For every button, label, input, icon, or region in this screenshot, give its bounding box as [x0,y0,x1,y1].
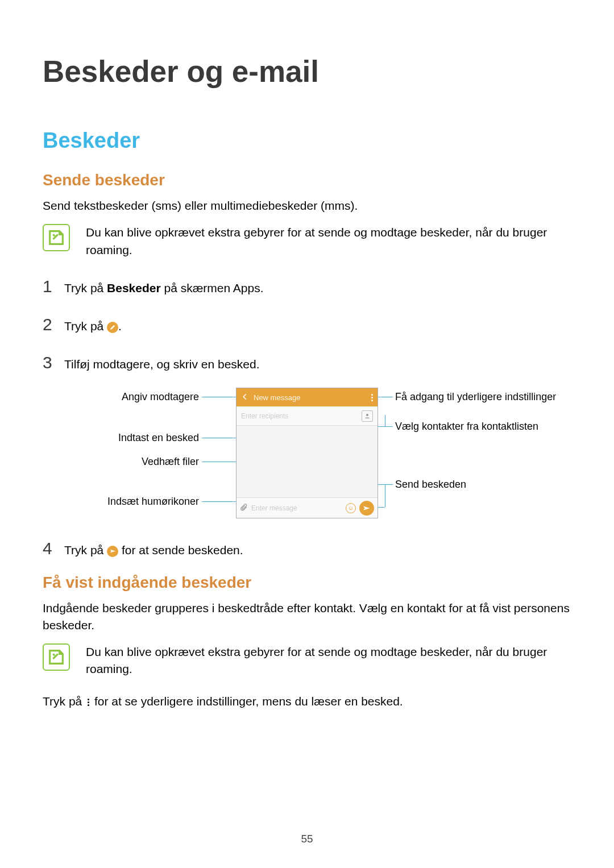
note-icon [43,643,70,671]
send-icon [107,546,118,557]
label-attach: Vedhæft filer [97,456,199,468]
more-options-text: Tryk på for at se yderligere indstilling… [43,693,571,709]
note-text-1: Du kan blive opkrævet ekstra gebyrer for… [86,224,571,259]
step-3: 3 Tilføj modtagere, og skriv en besked. [43,350,571,375]
compose-row: Enter message ☺ [237,497,377,518]
note-roaming-1: Du kan blive opkrævet ekstra gebyrer for… [43,224,571,259]
send-button-icon [359,501,374,516]
step-number: 2 [43,312,55,337]
step-1: 1 Tryk på Beskeder på skærmen Apps. [43,273,571,299]
step-3-text: Tilføj modtagere, og skriv en besked. [64,355,260,373]
step-1-text-post: på skærmen Apps. [161,281,264,294]
label-select-contacts: Vælg kontakter fra kontaktlisten [395,421,554,433]
back-arrow-icon [241,393,249,402]
note-text-2: Du kan blive opkrævet ekstra gebyrer for… [86,643,571,678]
phone-mockup: New message Enter recipients Enter messa… [236,388,378,518]
recipients-row: Enter recipients [237,406,377,426]
view-intro-text: Indgående beskeder grupperes i beskedtrå… [43,600,571,633]
phone-body [237,426,377,497]
step-4: 4 Tryk på for at sende beskeden. [43,535,571,561]
step-number: 1 [43,273,55,299]
subsection-sende-beskeder: Sende beskeder [43,171,571,189]
step-number: 3 [43,350,55,375]
step-2-period: . [118,319,122,333]
compose-icon [107,322,118,333]
more-text-pre: Tryk på [43,695,85,708]
phone-header: New message [237,388,377,406]
more-text-post: for at se yderligere indstillinger, mens… [94,695,403,708]
label-more-options: Få adgang til yderligere indstillinger [395,391,537,403]
page-title: Beskeder og e-mail [43,54,571,89]
emoji-icon: ☺ [346,503,356,513]
phone-header-title: New message [254,393,367,402]
attach-icon [240,503,248,513]
section-heading-beskeder: Beskeder [43,128,571,153]
label-send-message: Send beskeden [395,479,509,491]
step-2: 2 Tryk på . [43,312,571,337]
step-2-text: Tryk på [64,319,107,333]
recipients-placeholder: Enter recipients [241,412,358,420]
message-placeholder: Enter message [251,504,342,512]
subsection-view-messages: Få vist indgående beskeder [43,574,571,592]
page-number: 55 [0,833,614,845]
label-recipients: Angiv modtagere [97,391,199,403]
note-roaming-2: Du kan blive opkrævet ekstra gebyrer for… [43,643,571,678]
step-1-text-bold: Beskeder [107,281,161,294]
send-intro-text: Send tekstbeskeder (sms) eller multimedi… [43,197,571,214]
compose-diagram: Angiv modtagere Indtast en besked Vedhæf… [77,388,543,524]
note-icon [43,224,70,251]
step-4-text-post: for at sende beskeden. [122,543,243,556]
more-icon [85,697,91,707]
step-4-text-pre: Tryk på [64,543,107,556]
more-icon [371,394,373,401]
step-number: 4 [43,535,55,561]
label-enter-message: Indtast en besked [97,432,199,444]
svg-point-0 [366,414,368,416]
step-1-text-pre: Tryk på [64,281,107,294]
label-emoji: Indsæt humørikoner [85,496,199,508]
contact-picker-icon [362,410,373,422]
